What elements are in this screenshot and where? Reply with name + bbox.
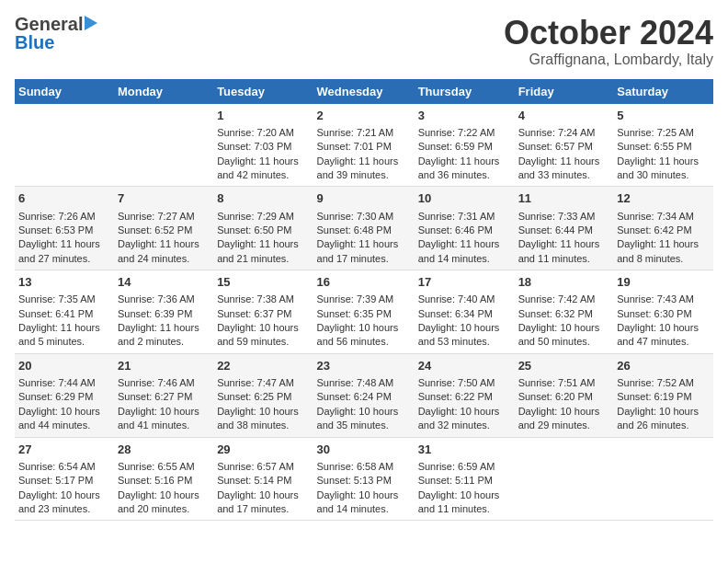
day-info: Sunset: 6:39 PM: [118, 307, 210, 321]
calendar-cell: 1Sunrise: 7:20 AMSunset: 7:03 PMDaylight…: [213, 104, 313, 187]
day-info: Daylight: 10 hours and 50 minutes.: [518, 321, 610, 350]
day-info: Daylight: 11 hours and 11 minutes.: [518, 237, 610, 266]
day-info: Sunset: 7:03 PM: [217, 140, 309, 154]
header-friday: Friday: [515, 79, 614, 104]
day-info: Sunrise: 7:27 AM: [118, 210, 210, 224]
calendar-cell: 13Sunrise: 7:35 AMSunset: 6:41 PMDayligh…: [15, 270, 114, 354]
day-info: Sunrise: 7:25 AM: [617, 126, 710, 140]
calendar-week-row: 20Sunrise: 7:44 AMSunset: 6:29 PMDayligh…: [15, 353, 713, 437]
day-info: Daylight: 11 hours and 2 minutes.: [118, 321, 210, 350]
calendar-cell: 12Sunrise: 7:34 AMSunset: 6:42 PMDayligh…: [613, 187, 713, 270]
day-info: Daylight: 11 hours and 39 minutes.: [317, 155, 411, 183]
day-info: Sunset: 5:17 PM: [18, 474, 110, 488]
day-info: Sunset: 6:48 PM: [317, 224, 411, 237]
day-info: Daylight: 11 hours and 17 minutes.: [317, 237, 411, 266]
day-info: Daylight: 10 hours and 11 minutes.: [418, 488, 511, 517]
day-info: Sunrise: 7:31 AM: [418, 210, 511, 224]
day-info: Sunrise: 7:40 AM: [418, 293, 511, 306]
day-info: Sunrise: 7:39 AM: [317, 293, 411, 306]
day-info: Daylight: 11 hours and 42 minutes.: [217, 155, 309, 183]
calendar-cell: 21Sunrise: 7:46 AMSunset: 6:27 PMDayligh…: [114, 353, 213, 437]
day-info: Sunrise: 7:29 AM: [217, 210, 309, 224]
day-number: 1: [217, 108, 309, 124]
calendar-cell: 30Sunrise: 6:58 AMSunset: 5:13 PMDayligh…: [313, 437, 415, 521]
day-info: Sunset: 5:13 PM: [317, 474, 411, 488]
day-info: Daylight: 11 hours and 24 minutes.: [118, 237, 210, 266]
calendar-cell: [515, 437, 614, 521]
day-info: Sunset: 5:11 PM: [418, 474, 511, 488]
day-info: Daylight: 11 hours and 21 minutes.: [217, 237, 309, 266]
title-block: October 2024 Graffignana, Lombardy, Ital…: [504, 15, 713, 68]
day-info: Sunrise: 7:30 AM: [317, 210, 411, 224]
day-info: Sunrise: 7:44 AM: [18, 376, 110, 390]
day-number: 2: [317, 108, 411, 124]
day-number: 16: [317, 274, 411, 291]
day-number: 19: [617, 274, 710, 291]
header-sunday: Sunday: [15, 79, 114, 104]
day-info: Sunrise: 7:36 AM: [118, 293, 210, 306]
day-number: 23: [317, 358, 411, 374]
day-info: Sunset: 6:41 PM: [18, 307, 110, 321]
calendar-cell: [114, 104, 213, 187]
day-info: Sunrise: 7:48 AM: [317, 376, 411, 390]
day-info: Sunset: 6:37 PM: [217, 307, 309, 321]
calendar-cell: 9Sunrise: 7:30 AMSunset: 6:48 PMDaylight…: [313, 187, 415, 270]
day-number: 31: [418, 442, 511, 458]
day-number: 9: [317, 190, 411, 207]
calendar-cell: 8Sunrise: 7:29 AMSunset: 6:50 PMDaylight…: [213, 187, 313, 270]
day-info: Sunrise: 6:57 AM: [217, 460, 309, 474]
day-info: Sunrise: 7:34 AM: [617, 210, 710, 224]
day-number: 25: [518, 358, 610, 374]
day-info: Sunrise: 7:52 AM: [617, 376, 710, 390]
day-info: Daylight: 11 hours and 5 minutes.: [18, 321, 110, 350]
calendar-cell: 25Sunrise: 7:51 AMSunset: 6:20 PMDayligh…: [515, 353, 614, 437]
calendar-cell: 4Sunrise: 7:24 AMSunset: 6:57 PMDaylight…: [515, 104, 614, 187]
calendar-cell: 2Sunrise: 7:21 AMSunset: 7:01 PMDaylight…: [313, 104, 415, 187]
day-info: Sunrise: 7:46 AM: [118, 376, 210, 390]
day-number: 5: [617, 108, 710, 124]
day-info: Daylight: 10 hours and 47 minutes.: [617, 321, 710, 350]
day-info: Daylight: 10 hours and 32 minutes.: [418, 405, 511, 433]
day-info: Sunset: 6:25 PM: [217, 390, 309, 404]
header-wednesday: Wednesday: [313, 79, 415, 104]
day-info: Sunset: 6:55 PM: [617, 140, 710, 154]
logo: General Blue: [15, 15, 97, 52]
day-info: Daylight: 10 hours and 20 minutes.: [118, 488, 210, 517]
day-number: 8: [217, 190, 309, 207]
day-info: Sunrise: 7:22 AM: [418, 126, 511, 140]
calendar-cell: 6Sunrise: 7:26 AMSunset: 6:53 PMDaylight…: [15, 187, 114, 270]
day-info: Sunset: 7:01 PM: [317, 140, 411, 154]
day-info: Sunrise: 7:47 AM: [217, 376, 309, 390]
day-info: Daylight: 10 hours and 59 minutes.: [217, 321, 309, 350]
calendar-subtitle: Graffignana, Lombardy, Italy: [504, 52, 713, 68]
day-info: Sunset: 6:24 PM: [317, 390, 411, 404]
header-thursday: Thursday: [415, 79, 515, 104]
day-info: Sunset: 6:34 PM: [418, 307, 511, 321]
header-monday: Monday: [114, 79, 213, 104]
day-number: 28: [118, 442, 210, 458]
calendar-cell: [613, 437, 713, 521]
day-info: Sunset: 6:22 PM: [418, 390, 511, 404]
day-info: Sunrise: 6:59 AM: [418, 460, 511, 474]
header-tuesday: Tuesday: [213, 79, 313, 104]
calendar-cell: 20Sunrise: 7:44 AMSunset: 6:29 PMDayligh…: [15, 353, 114, 437]
day-info: Sunrise: 7:50 AM: [418, 376, 511, 390]
day-number: 26: [617, 358, 710, 374]
day-info: Sunset: 6:57 PM: [518, 140, 610, 154]
day-info: Daylight: 10 hours and 38 minutes.: [217, 405, 309, 433]
day-number: 14: [118, 274, 210, 291]
day-number: 20: [18, 358, 110, 374]
day-info: Sunrise: 7:24 AM: [518, 126, 610, 140]
day-info: Daylight: 11 hours and 30 minutes.: [617, 155, 710, 183]
calendar-cell: 15Sunrise: 7:38 AMSunset: 6:37 PMDayligh…: [213, 270, 313, 354]
calendar-title: October 2024: [504, 15, 713, 52]
day-info: Sunset: 6:53 PM: [18, 224, 110, 237]
calendar-week-row: 13Sunrise: 7:35 AMSunset: 6:41 PMDayligh…: [15, 270, 713, 354]
day-number: 6: [18, 190, 110, 207]
calendar-cell: 24Sunrise: 7:50 AMSunset: 6:22 PMDayligh…: [415, 353, 515, 437]
day-number: 15: [217, 274, 309, 291]
calendar-cell: 19Sunrise: 7:43 AMSunset: 6:30 PMDayligh…: [613, 270, 713, 354]
day-info: Daylight: 10 hours and 41 minutes.: [118, 405, 210, 433]
day-number: 27: [18, 442, 110, 458]
calendar-cell: 16Sunrise: 7:39 AMSunset: 6:35 PMDayligh…: [313, 270, 415, 354]
